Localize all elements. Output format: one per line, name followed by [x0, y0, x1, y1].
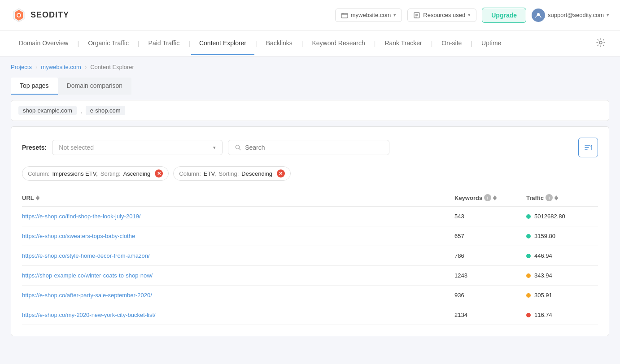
domain-tag-1: shop-example.com [18, 106, 77, 115]
url-cell[interactable]: https://e-shop.co/find-shop-the-look-jul… [22, 213, 454, 220]
domain-chevron: ▾ [393, 12, 396, 18]
keywords-cell: 786 [454, 252, 526, 259]
th-url[interactable]: URL [22, 194, 454, 201]
svg-line-10 [239, 148, 240, 150]
table-header: URL Keywords i Traffic i [22, 190, 598, 207]
search-box[interactable] [228, 140, 389, 155]
traffic-value: 446.94 [534, 252, 552, 259]
filter-chip-2-column-val: ETV, [204, 170, 216, 177]
svg-point-1 [17, 14, 20, 17]
search-icon [235, 144, 241, 151]
keywords-cell: 2134 [454, 312, 526, 318]
keywords-cell: 1243 [454, 272, 526, 279]
domain-tag-2: e-shop.com [86, 106, 125, 115]
sort-icon [584, 143, 593, 152]
url-cell[interactable]: https://e-shop.co/my-2020-new-york-city-… [22, 312, 454, 318]
breadcrumb: Projects › mywebsite.com › Content Explo… [0, 56, 620, 78]
domain-button[interactable]: mywebsite.com ▾ [335, 9, 402, 22]
presets-chevron: ▾ [213, 145, 216, 151]
th-url-label: URL [22, 195, 34, 201]
th-keywords-label: Keywords [454, 195, 482, 201]
sort-button[interactable] [578, 138, 598, 157]
filter-chip-1: Column: Impressions ETV, Sorting: Ascend… [22, 166, 169, 181]
logo: SEODITY [11, 7, 69, 23]
nav-paid-traffic[interactable]: Paid Traffic [140, 32, 188, 55]
traffic-value: 116.74 [534, 312, 552, 318]
breadcrumb-projects[interactable]: Projects [11, 64, 32, 70]
filter-chip-1-column-label: Column: [28, 170, 49, 177]
nav-organic-traffic[interactable]: Organic Traffic [80, 32, 137, 55]
breadcrumb-current: Content Explorer [90, 64, 134, 70]
filter-chip-1-sorting-val: Ascending [123, 170, 151, 177]
traffic-dot [526, 313, 531, 317]
table-row: https://shop-example.co/winter-coats-to-… [22, 266, 598, 286]
search-input[interactable] [245, 144, 383, 151]
filter-chip-1-column-val: Impressions ETV, [52, 170, 97, 177]
gear-icon [596, 38, 606, 48]
traffic-dot [526, 214, 531, 219]
folder-icon [341, 12, 348, 19]
user-email: support@seodity.com [548, 12, 604, 18]
tab-top-pages[interactable]: Top pages [11, 78, 58, 95]
domain-bar: shop-example.com , e-shop.com [11, 100, 609, 121]
th-keywords-sort[interactable] [493, 195, 497, 200]
th-traffic-info[interactable]: i [546, 194, 553, 201]
nav-domain-overview[interactable]: Domain Overview [11, 32, 76, 55]
nav-content-explorer[interactable]: Content Explorer [191, 32, 254, 55]
th-traffic[interactable]: Traffic i [526, 194, 598, 201]
resources-icon [413, 12, 420, 19]
traffic-value: 305.91 [534, 292, 552, 299]
filters-row: Presets: Not selected ▾ [22, 138, 598, 157]
user-avatar [532, 9, 545, 22]
header: SEODITY mywebsite.com ▾ Resources used ▾… [0, 0, 620, 30]
th-traffic-label: Traffic [526, 195, 544, 201]
nav-backlinks[interactable]: Backlinks [258, 32, 301, 55]
breadcrumb-domain[interactable]: mywebsite.com [41, 64, 81, 70]
traffic-cell: 343.94 [526, 272, 598, 279]
filter-chip-2-remove[interactable]: ✕ [277, 169, 285, 178]
traffic-cell: 3159.80 [526, 233, 598, 239]
main-nav: Domain Overview | Organic Traffic | Paid… [0, 30, 620, 56]
table-row: https://e-shop.co/after-party-sale-septe… [22, 286, 598, 305]
upgrade-button[interactable]: Upgrade [482, 8, 526, 23]
presets-label: Presets: [22, 144, 47, 151]
th-traffic-sort[interactable] [555, 195, 558, 200]
th-keywords[interactable]: Keywords i [454, 194, 526, 201]
url-cell[interactable]: https://shop-example.co/winter-coats-to-… [22, 272, 454, 279]
settings-gear[interactable] [592, 30, 609, 56]
nav-rank-tracker[interactable]: Rank Tracker [376, 32, 430, 55]
table-row: https://e-shop.co/style-home-decor-from-… [22, 246, 598, 266]
th-url-sort[interactable] [36, 195, 39, 200]
th-keywords-info[interactable]: i [484, 194, 491, 201]
traffic-cell: 446.94 [526, 252, 598, 259]
filter-chip-1-sorting-label: Sorting: [100, 170, 121, 177]
filter-chip-1-remove[interactable]: ✕ [155, 169, 163, 178]
active-filters: Column: Impressions ETV, Sorting: Ascend… [22, 166, 598, 181]
tab-domain-comparison[interactable]: Domain comparison [58, 78, 132, 95]
traffic-cell: 5012682.80 [526, 213, 598, 220]
traffic-value: 5012682.80 [534, 213, 565, 220]
table-row: https://e-shop.co/my-2020-new-york-city-… [22, 305, 598, 325]
keywords-cell: 936 [454, 292, 526, 299]
header-center: mywebsite.com ▾ Resources used ▾ Upgrade… [335, 8, 609, 23]
url-cell[interactable]: https://e-shop.co/style-home-decor-from-… [22, 252, 454, 259]
presets-dropdown[interactable]: Not selected ▾ [52, 140, 223, 155]
user-menu[interactable]: support@seodity.com ▾ [532, 9, 609, 22]
traffic-dot [526, 293, 531, 298]
nav-on-site[interactable]: On-site [433, 32, 470, 55]
presets-value: Not selected [59, 144, 94, 151]
logo-text: SEODITY [31, 10, 69, 20]
resources-label: Resources used [423, 12, 465, 18]
traffic-dot [526, 254, 531, 258]
traffic-dot [526, 273, 531, 278]
table-row: https://e-shop.co/sweaters-tops-baby-clo… [22, 226, 598, 246]
svg-point-8 [599, 41, 602, 44]
traffic-dot [526, 234, 531, 238]
keywords-cell: 657 [454, 233, 526, 239]
keywords-cell: 543 [454, 213, 526, 220]
url-cell[interactable]: https://e-shop.co/after-party-sale-septe… [22, 292, 454, 299]
resources-button[interactable]: Resources used ▾ [407, 9, 476, 22]
nav-keyword-research[interactable]: Keyword Research [304, 32, 373, 55]
url-cell[interactable]: https://e-shop.co/sweaters-tops-baby-clo… [22, 233, 454, 239]
nav-uptime[interactable]: Uptime [473, 32, 509, 55]
